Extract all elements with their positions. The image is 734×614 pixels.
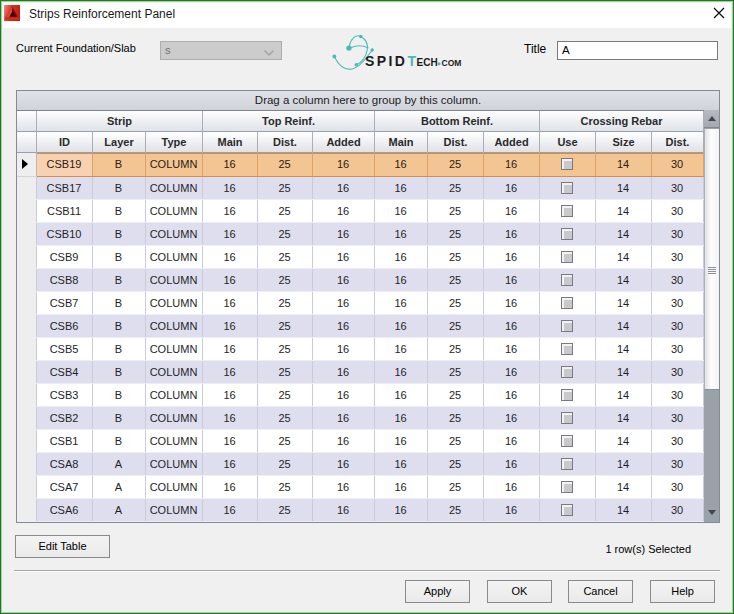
svg-text:T: T bbox=[408, 53, 417, 69]
svg-text:COM: COM bbox=[442, 58, 462, 68]
svg-text:ECH: ECH bbox=[417, 57, 438, 68]
svg-text:SPID: SPID bbox=[365, 53, 407, 69]
